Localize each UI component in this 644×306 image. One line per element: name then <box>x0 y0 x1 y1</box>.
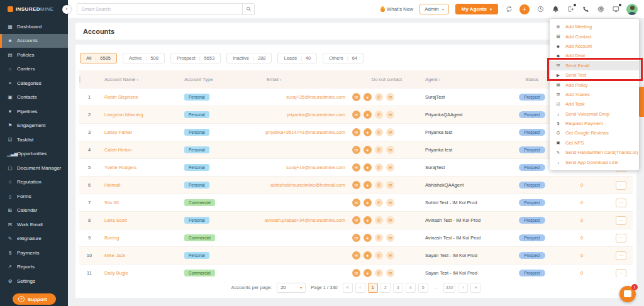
whats-new-link[interactable]: What's New <box>380 6 413 12</box>
sidebar-item[interactable]: ▣ Contacts <box>0 90 68 105</box>
page-button[interactable]: … <box>431 283 441 293</box>
dnc-chat-icon[interactable]: ● <box>364 93 372 101</box>
logout-session-button[interactable] <box>566 5 575 14</box>
page-button[interactable]: › <box>458 283 468 293</box>
row-more-button[interactable]: ⋯ <box>616 216 626 225</box>
dnc-phone-icon[interactable]: ✆ <box>375 111 383 119</box>
sidebar-item[interactable]: ↗ Reports <box>0 260 68 275</box>
sidebar-item[interactable]: ☻ Accounts <box>0 34 68 48</box>
support-button[interactable]: ? Support <box>13 293 56 305</box>
sidebar-item[interactable]: ✎ eSignature <box>0 232 68 246</box>
dnc-phone-icon[interactable]: ✆ <box>375 234 383 242</box>
row-more-button[interactable]: ⋯ <box>616 251 626 260</box>
account-email-link[interactable]: suraj+26@insuredmine.com <box>257 94 351 100</box>
dnc-phone-icon[interactable]: ✆ <box>375 146 383 154</box>
account-name-link[interactable]: Yvette Rodgers <box>99 165 180 170</box>
account-name-link[interactable]: Robin Stephens <box>99 94 180 100</box>
sidebar-item[interactable]: ⚙ Settings <box>0 274 68 288</box>
dnc-mail-icon[interactable]: ✉ <box>386 234 394 242</box>
account-email-link[interactable]: priyanka@insuredmine.com <box>257 112 351 117</box>
account-name-link[interactable]: Caleb Hinton <box>99 147 180 153</box>
dnc-email-icon[interactable]: ✉ <box>352 181 360 189</box>
quick-add-menu-item[interactable]: ▤ Add Policy <box>550 80 639 89</box>
dnc-phone-icon[interactable]: ✆ <box>375 269 383 277</box>
account-name-link[interactable]: Laney Parker <box>99 129 180 135</box>
page-button[interactable]: 2 <box>380 283 391 293</box>
dnc-chat-icon[interactable]: ● <box>364 269 372 277</box>
account-email-link[interactable]: avinash.prasad+94@insuredmine.com <box>257 217 351 223</box>
quick-add-menu-item[interactable]: ♪ Send Voicemail Drop <box>550 109 639 119</box>
dnc-mail-icon[interactable]: ✉ <box>386 128 394 136</box>
account-email-link[interactable]: abhishekinsuredmine@hotmail.com <box>257 182 351 188</box>
sidebar-item[interactable]: ⊞ Calendar <box>0 204 68 218</box>
page-button[interactable]: ‹ <box>355 283 365 293</box>
dnc-email-icon[interactable]: ✉ <box>352 251 360 260</box>
filter-tab[interactable]: Active | 508 <box>123 53 165 63</box>
quick-add-menu-item[interactable]: $ Request Payment <box>550 119 639 128</box>
dnc-phone-icon[interactable]: ✆ <box>375 128 383 136</box>
quick-add-menu-item[interactable]: ▤ Add Contact <box>550 31 639 41</box>
quick-add-menu-item[interactable]: ⊞ Add Xdates <box>550 90 639 99</box>
dnc-email-icon[interactable]: ✉ <box>352 216 360 224</box>
sidebar-collapse-button[interactable]: ‹ <box>62 5 71 14</box>
side-ribbon-tab[interactable] <box>639 87 644 117</box>
dnc-mail-icon[interactable]: ✉ <box>386 111 394 119</box>
sort-icon[interactable]: ↕ <box>439 78 441 82</box>
select-all-checkbox[interactable] <box>79 76 80 83</box>
sidebar-item[interactable]: ≡ Categories <box>0 76 68 90</box>
quick-add-menu-item[interactable]: ◆ Add Deal <box>550 51 639 60</box>
dnc-email-icon[interactable]: ✉ <box>352 269 360 277</box>
filter-tab[interactable]: Leads | 40 <box>277 53 317 63</box>
dnc-mail-icon[interactable]: ✉ <box>386 163 394 172</box>
quick-add-menu-item[interactable]: ⚙ Add Meeting <box>550 22 639 31</box>
col-agent[interactable]: Agent↕ <box>423 77 509 82</box>
dnc-email-icon[interactable]: ✉ <box>352 128 360 136</box>
page-button[interactable]: 3 <box>393 283 403 293</box>
dnc-chat-icon[interactable]: ● <box>364 146 372 154</box>
col-email[interactable]: Email↕ <box>257 77 351 82</box>
quick-add-menu-item[interactable]: ☑ Add Task <box>550 99 639 109</box>
dnc-mail-icon[interactable]: ✉ <box>386 216 394 224</box>
user-avatar[interactable] <box>626 4 638 15</box>
page-button[interactable]: » <box>470 283 480 293</box>
refresh-button[interactable] <box>504 5 513 14</box>
dnc-chat-icon[interactable]: ● <box>364 163 372 172</box>
sort-icon[interactable]: ↕ <box>280 78 282 82</box>
search-button[interactable] <box>242 4 254 14</box>
sidebar-item[interactable]: $ Payments <box>0 246 68 260</box>
chat-fab-button[interactable]: 1 <box>619 286 636 302</box>
quick-add-menu-item[interactable]: ▶ Send Text <box>550 70 639 80</box>
dnc-chat-icon[interactable]: ● <box>364 234 372 242</box>
filter-tab[interactable]: Others | 64 <box>323 53 364 63</box>
quick-add-menu-item[interactable]: ✎ Send Handwritten Card(Thanks.io) <box>550 148 639 157</box>
dnc-email-icon[interactable]: ✉ <box>352 93 360 101</box>
dnc-mail-icon[interactable]: ✉ <box>386 199 394 207</box>
sidebar-item[interactable]: ▢ Document Manager <box>0 161 68 175</box>
dnc-chat-icon[interactable]: ● <box>364 111 372 119</box>
dnc-phone-icon[interactable]: ✆ <box>375 199 383 207</box>
dnc-phone-icon[interactable]: ✆ <box>375 181 383 189</box>
col-account-name[interactable]: Account Name↕ <box>99 77 180 82</box>
sidebar-item[interactable]: ▁▃▅ Opportunities <box>0 147 68 161</box>
dnc-mail-icon[interactable]: ✉ <box>386 269 394 277</box>
sidebar-item[interactable]: ⚑ Engagement <box>0 119 68 133</box>
dnc-chat-icon[interactable]: ● <box>364 181 372 189</box>
notifications-button[interactable] <box>551 5 560 14</box>
row-more-button[interactable]: ⋯ <box>616 181 626 190</box>
filter-tab[interactable]: Prospect | 5653 <box>170 53 221 63</box>
quick-add-menu-item[interactable]: ☻ Add Account <box>550 41 639 51</box>
dnc-mail-icon[interactable]: ✉ <box>386 146 394 154</box>
my-agents-button[interactable]: My Agents ▾ <box>455 4 498 14</box>
per-page-select[interactable]: 20 ▾ <box>277 283 306 293</box>
sidebar-item[interactable]: ☆ Reputation <box>0 175 68 190</box>
account-name-link[interactable]: Daily Bugle <box>99 270 180 276</box>
account-name-link[interactable]: Mike Jack <box>99 253 180 258</box>
sidebar-item[interactable]: ▦ Dashboard <box>0 19 68 34</box>
quick-add-button[interactable]: + <box>519 4 530 14</box>
quick-add-menu-item[interactable]: ↓ Send App Download Link <box>550 157 639 167</box>
sort-icon[interactable]: ↕ <box>136 78 138 82</box>
page-button[interactable]: 5 <box>418 283 428 293</box>
page-button[interactable]: « <box>343 283 353 293</box>
dnc-email-icon[interactable]: ✉ <box>352 234 360 242</box>
quick-add-menu-item[interactable]: G Get Google Reviews <box>550 128 639 138</box>
